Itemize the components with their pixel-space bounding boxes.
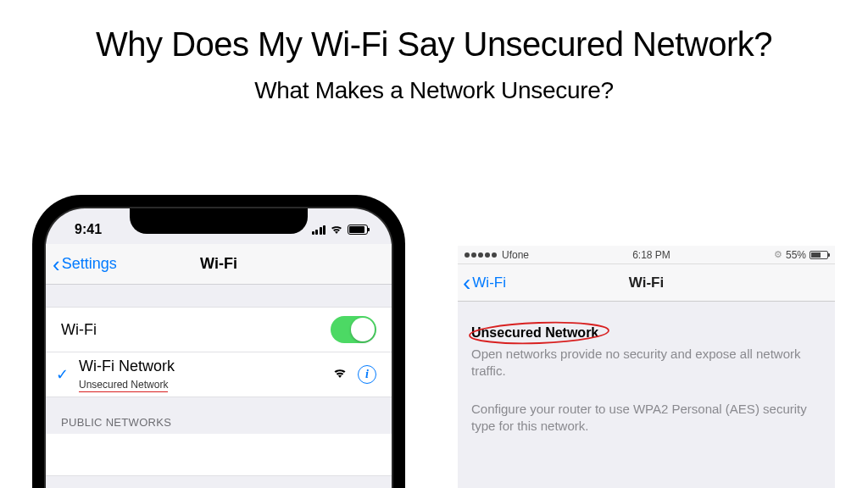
section-header-public: PUBLIC NETWORKS bbox=[46, 397, 392, 434]
notch bbox=[130, 208, 308, 234]
battery-icon bbox=[348, 225, 368, 235]
statusbar-time: 6:18 PM bbox=[529, 249, 774, 261]
battery-percent: 55% bbox=[786, 249, 806, 261]
warning-body-2: Configure your router to use WPA2 Person… bbox=[458, 396, 835, 435]
nav-title: Wi-Fi bbox=[458, 274, 835, 291]
wifi-toggle-label: Wi-Fi bbox=[61, 321, 331, 339]
status-bar: Ufone 6:18 PM ⚙ 55% bbox=[458, 246, 835, 264]
network-name: Wi-Fi Network bbox=[79, 358, 175, 376]
cellular-signal-icon bbox=[312, 225, 326, 235]
statusbar-time: 9:41 bbox=[66, 222, 102, 237]
navigation-bar: ‹ Wi-Fi Wi-Fi bbox=[458, 264, 835, 302]
navigation-bar: ‹ Settings Wi-Fi bbox=[46, 244, 392, 285]
wifi-toggle-switch[interactable] bbox=[331, 316, 376, 343]
settings-content: Wi-Fi ✓ Wi-Fi Network Unsecured Network bbox=[46, 285, 392, 488]
wifi-icon bbox=[330, 225, 343, 235]
wifi-toggle-row[interactable]: Wi-Fi bbox=[46, 307, 392, 352]
checkmark-icon: ✓ bbox=[56, 365, 69, 384]
carrier-label: Ufone bbox=[502, 249, 529, 261]
main-title: Why Does My Wi-Fi Say Unsecured Network? bbox=[0, 25, 868, 64]
phone-mockup-iphonex: 9:41 ‹ Settings Wi-Fi bbox=[32, 195, 405, 488]
annotation-circle bbox=[463, 320, 615, 346]
sub-title: What Makes a Network Unsecure? bbox=[0, 77, 868, 104]
list-item[interactable] bbox=[46, 434, 392, 476]
battery-icon bbox=[810, 251, 828, 259]
bluetooth-icon: ⚙ bbox=[774, 249, 782, 260]
nav-title: Wi-Fi bbox=[46, 255, 392, 273]
info-icon[interactable]: i bbox=[358, 365, 376, 384]
network-subtitle: Unsecured Network bbox=[79, 379, 168, 392]
cellular-signal-icon bbox=[465, 252, 497, 258]
warning-body-1: Open networks provide no security and ex… bbox=[458, 341, 835, 380]
detail-content: Unsecured Network Open networks provide … bbox=[458, 302, 835, 435]
svg-point-0 bbox=[470, 320, 609, 346]
connected-network-row[interactable]: ✓ Wi-Fi Network Unsecured Network i bbox=[46, 352, 392, 397]
wifi-strength-icon bbox=[332, 367, 348, 382]
phone-mockup-older: Ufone 6:18 PM ⚙ 55% ‹ Wi-Fi Wi-Fi Unsecu… bbox=[458, 246, 835, 488]
